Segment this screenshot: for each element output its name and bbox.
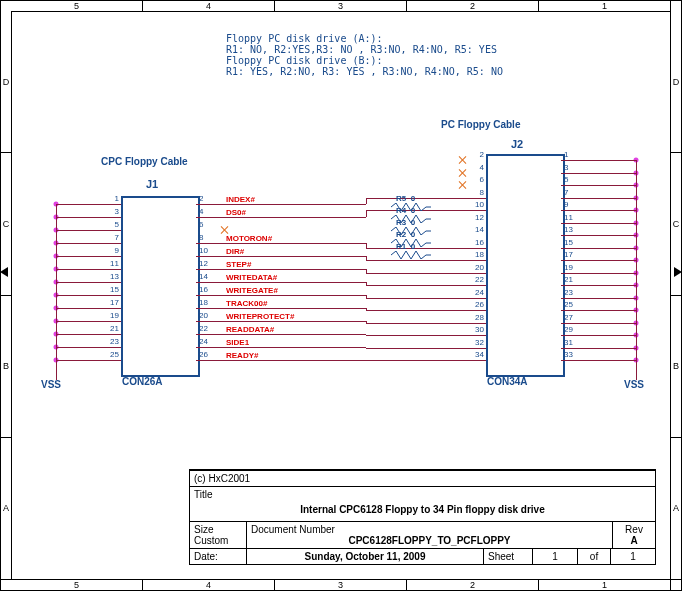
- signal-wire: [366, 260, 486, 261]
- pin-number: 15: [564, 238, 573, 247]
- signal-wire: [196, 308, 366, 309]
- pin-number: 16: [199, 285, 208, 294]
- pin-number: 21: [109, 324, 119, 333]
- net-wire: [561, 185, 636, 186]
- pin-number: 9: [109, 246, 119, 255]
- net-wire: [561, 198, 636, 199]
- title-label: Title: [194, 489, 651, 500]
- pin-number: 19: [109, 311, 119, 320]
- signal-wire: [196, 321, 366, 322]
- signal-wire: [366, 335, 486, 336]
- pin-number: 9: [564, 200, 568, 209]
- net-wire: [561, 235, 636, 236]
- pin-number: 34: [471, 350, 484, 359]
- signal-wire: [196, 295, 366, 296]
- resistor-label: R1 0: [396, 242, 415, 251]
- copyright: (c) HxC2001: [190, 471, 655, 486]
- ruler-cell: 5: [11, 1, 143, 11]
- signal-wire: [366, 348, 486, 349]
- signal-wire: [366, 273, 486, 274]
- no-connect-icon: [457, 168, 467, 178]
- resistor-label: R2 0: [396, 230, 415, 239]
- pin-number: 2: [471, 150, 484, 159]
- date-value: Sunday, October 11, 2009: [246, 549, 483, 564]
- pin-number: 13: [564, 225, 573, 234]
- pin-number: 5: [564, 175, 568, 184]
- pin-number: 17: [109, 298, 119, 307]
- pin-number: 28: [471, 313, 484, 322]
- ruler-cell: 3: [275, 1, 407, 11]
- ruler-cell: 5: [11, 580, 143, 590]
- pin-number: 18: [471, 250, 484, 259]
- signal-label: READDATA#: [226, 325, 274, 334]
- ruler-bottom: 54321: [11, 580, 671, 590]
- signal-label: INDEX#: [226, 195, 255, 204]
- pin-number: 14: [199, 272, 208, 281]
- net-wire: [561, 360, 636, 361]
- ruler-cell: 4: [143, 1, 275, 11]
- signal-wire: [366, 198, 486, 199]
- pin-number: 33: [564, 350, 573, 359]
- net-wire: [56, 360, 121, 361]
- signal-label: DIR#: [226, 247, 244, 256]
- signal-wire: [366, 285, 486, 286]
- ruler-right: DCBA: [671, 11, 681, 580]
- pin-number: 5: [109, 220, 119, 229]
- j2-type: CON34A: [487, 376, 528, 387]
- ruler-cell: A: [671, 438, 681, 580]
- signal-label: WRITEPROTECT#: [226, 312, 294, 321]
- ruler-cell: 2: [407, 580, 539, 590]
- pin-number: 15: [109, 285, 119, 294]
- ruler-cell: D: [671, 11, 681, 153]
- signal-wire: [196, 282, 366, 283]
- net-wire: [56, 230, 121, 231]
- ruler-cell: 1: [539, 580, 671, 590]
- arrow-right: [674, 267, 682, 277]
- pin-number: 27: [564, 313, 573, 322]
- connector-j1: [121, 196, 200, 377]
- connector-j2: [486, 154, 565, 377]
- sheet-m: 1: [610, 549, 655, 564]
- pin-number: 14: [471, 225, 484, 234]
- ruler-cell: 2: [407, 1, 539, 11]
- pin-number: 23: [109, 337, 119, 346]
- pin-number: 6: [471, 175, 484, 184]
- net-wire: [561, 173, 636, 174]
- pin-number: 7: [109, 233, 119, 242]
- net-wire: [561, 348, 636, 349]
- pin-number: 10: [471, 200, 484, 209]
- pin-number: 6: [199, 220, 203, 229]
- net-wire: [56, 204, 121, 205]
- vss-right: VSS: [624, 379, 644, 390]
- signal-label: STEP#: [226, 260, 251, 269]
- net-wire: [56, 334, 121, 335]
- pin-number: 25: [564, 300, 573, 309]
- rev-label: Rev: [617, 524, 651, 535]
- pin-number: 12: [471, 213, 484, 222]
- net-wire: [561, 285, 636, 286]
- size-value: Custom: [194, 535, 242, 546]
- pin-number: 16: [471, 238, 484, 247]
- docnum-value: CPC6128FLOPPY_TO_PCFLOPPY: [251, 535, 608, 546]
- signal-wire: [366, 310, 486, 311]
- signal-label: TRACK00#: [226, 299, 267, 308]
- net-wire: [561, 298, 636, 299]
- signal-wire: [196, 256, 366, 257]
- net-wire: [561, 310, 636, 311]
- schematic-sheet: Floppy PC disk drive (A:): R1: NO, R2:YE…: [26, 26, 656, 565]
- signal-label: SIDE1: [226, 338, 249, 347]
- pin-number: 31: [564, 338, 573, 347]
- ruler-left: DCBA: [1, 11, 11, 580]
- j2-title: PC Floppy Cable: [441, 119, 520, 130]
- ruler-cell: B: [1, 296, 11, 438]
- resistor-label: R3 0: [396, 218, 415, 227]
- ruler-cell: A: [1, 438, 11, 580]
- resistor-label: R4 0: [396, 206, 415, 215]
- pin-number: 8: [199, 233, 203, 242]
- ruler-top: 54321: [11, 1, 671, 11]
- pin-number: 11: [564, 213, 573, 222]
- pin-number: 22: [199, 324, 208, 333]
- pin-number: 24: [199, 337, 208, 346]
- pin-number: 24: [471, 288, 484, 297]
- sheet-label: Sheet: [483, 549, 532, 564]
